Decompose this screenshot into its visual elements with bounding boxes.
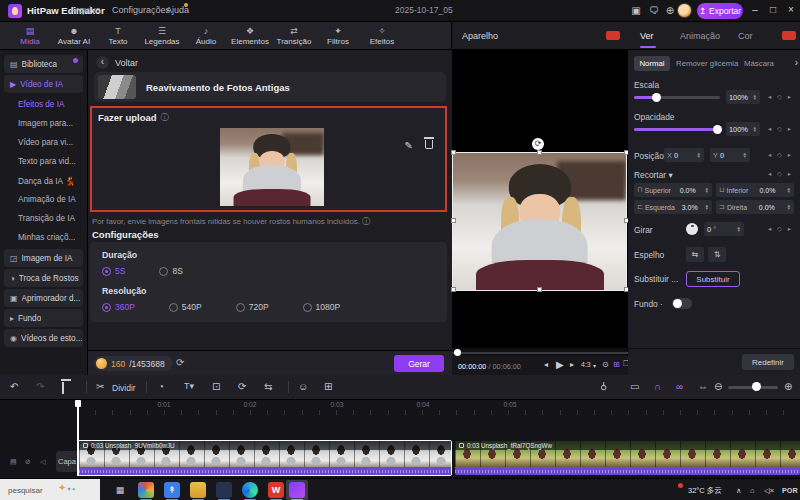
layout-panel-icon[interactable]: ▣ [628,3,644,19]
dividir-label[interactable]: Dividir [112,383,136,393]
resolution-720p-radio[interactable]: 720P [236,302,269,312]
preview-canvas[interactable]: ⟳ [452,50,628,348]
taskbar-app-browser[interactable] [138,482,154,498]
substituir-button[interactable]: Substituir [686,271,740,287]
rotate-tool-icon[interactable]: ⟳ [238,381,246,392]
network-icon[interactable]: ⌂ [750,486,755,495]
export-button[interactable]: ↥ Exportar [697,3,743,19]
sidebar-item-imagem-de-ia[interactable]: ◲ Imagem de IA [4,249,83,267]
resolution-360p-radio[interactable]: 360P [102,302,135,312]
flip-horizontal-icon[interactable]: ⇆ [686,247,704,262]
delete-icon[interactable] [62,382,64,393]
tab-ver[interactable]: Ver [640,31,654,41]
uploaded-image[interactable] [220,128,324,206]
grid-icon[interactable]: ⊞ [613,360,620,369]
subtab-normal[interactable]: Normal [634,56,670,71]
sidebar-item-transicao-de-ia[interactable]: Transição de IA [0,209,87,228]
stepper-icon[interactable]: ▲▼ [787,187,791,194]
link-clips-icon[interactable]: ∞ [676,381,683,392]
stepper-icon[interactable]: ▲▼ [705,204,709,211]
menu-arquivo[interactable]: Arquivo [70,5,101,15]
lock-track-icon[interactable]: ▤ [10,458,17,466]
upload-dropzone[interactable]: Fazer upload ⓘ ✎ [90,106,447,212]
undo-icon[interactable]: ↶ [10,381,18,392]
edit-image-icon[interactable]: ✎ [405,140,413,151]
aspect-ratio-select[interactable]: 4:3 [581,361,591,368]
timeline-zoom-knob[interactable] [752,382,761,391]
magnet-snap-icon[interactable]: ∩ [654,381,661,392]
stepper-icon[interactable]: ▲▼ [743,152,747,159]
task-view-icon[interactable]: ▦ [112,482,128,498]
toolbar-item-avatar-ai[interactable]: ☻ Avatar AI [52,22,96,50]
stepper-icon[interactable]: ▲▼ [705,187,709,194]
taskbar-app-dark[interactable] [216,482,232,498]
keyframe-nav-icon[interactable]: ◂ ◇ ▸ [768,225,793,233]
toolbar-item-transicao[interactable]: ⇄ Transição [272,22,316,50]
selection-handle[interactable] [537,287,542,292]
scrubber-knob[interactable] [454,349,461,356]
speed-icon[interactable]: ◔ [158,381,164,392]
taskbar-app-upload[interactable]: ↟ [164,482,180,498]
menu-configuracoes[interactable]: Configurações [112,5,170,15]
toolbar-item-audio[interactable]: ♪ Áudio [184,22,228,50]
download-icon[interactable]: ⊕ [662,3,678,19]
crop-inferior-box[interactable]: ⊔ Inferior 0.0% ▲▼ [716,183,794,197]
previous-frame-icon[interactable]: ◂ [544,360,548,369]
playhead[interactable] [77,400,79,476]
sidebar-item-troca-de-rostos[interactable]: ◑ Troca de Rostos [4,269,83,287]
face-tool-icon[interactable]: ☺ [298,381,308,392]
text-tool-icon[interactable]: T▾ [184,381,194,391]
maximize-button[interactable]: □ [766,4,780,15]
snapshot-icon[interactable]: ⊙ [602,360,609,369]
slider-knob[interactable] [713,125,722,134]
generate-button[interactable]: Gerar [394,355,444,372]
split-scissors-icon[interactable]: ✂ [96,381,104,392]
tray-chevron-icon[interactable]: ∧ [736,486,742,495]
toolbar-item-elementos[interactable]: ❖ Elementos [228,22,272,50]
sidebar-item-video-de-ia[interactable]: ▶ Vídeo de IA [4,75,83,93]
keyframe-nav-icon[interactable]: ◂ ◇ ▸ [768,125,793,133]
close-button[interactable]: × [784,4,798,15]
sidebar-item-imagem-para[interactable]: Imagem para... [0,114,87,133]
resolution-540p-radio[interactable]: 540P [169,302,202,312]
canvas-image[interactable] [453,153,626,290]
subtab-remover-glicemia[interactable]: Remover glicemia [676,59,738,68]
timeline-clip-2[interactable]: 0:03 Unsplash_tRal7QSngWw [455,441,800,475]
auto-captions-icon[interactable]: ▭ [630,381,639,392]
escala-value-box[interactable]: 100% ▲▼ [726,90,760,104]
taskbar-search[interactable]: pesquisar ✦✦✦ [0,479,100,500]
file-explorer-icon[interactable] [190,482,206,498]
selection-handle[interactable] [451,287,456,292]
fundo-toggle[interactable] [672,298,692,309]
timeline-ruler[interactable]: 0:01 0:02 0:03 0:04 0:05 [0,400,800,416]
slider-knob[interactable] [652,93,661,102]
volume-muted-icon[interactable]: ◁× [764,486,774,495]
toolbar-item-texto[interactable]: T Texto [96,22,140,50]
sidebar-item-texto-para[interactable]: Texto para vid... [0,152,87,171]
sidebar-item-biblioteca[interactable]: ▤ Biblioteca [4,55,83,73]
add-clip-icon[interactable]: ⊞ [324,381,332,392]
sidebar-item-danca-da-ia[interactable]: Dança da IA 💃 [0,171,87,190]
flip-tool-icon[interactable]: ⇆ [264,381,272,392]
hitpaw-taskbar-active[interactable] [286,480,308,500]
cover-button[interactable]: Capa [56,451,78,472]
selection-handle[interactable] [537,150,542,155]
weather-text[interactable]: 32°C 多云 [688,486,722,496]
minimize-button[interactable]: – [748,4,762,15]
refresh-credits-icon[interactable]: ⟳ [176,357,184,368]
position-y-box[interactable]: Y 0 ▲▼ [710,148,750,162]
sidebar-item-video-para[interactable]: Vídeo para vi... [0,133,87,152]
stepper-icon[interactable]: ▲▼ [787,204,791,211]
back-button[interactable]: ‹ Voltar [96,56,138,69]
next-frame-icon[interactable]: ▸ [570,360,574,369]
sidebar-item-minhas-criacoes[interactable]: Minhas criaçõ... [0,228,87,247]
crop-superior-box[interactable]: ⊓ Superior 0.0% ▲▼ [634,183,712,197]
toolbar-item-midia[interactable]: ▤ Mídia [8,22,52,50]
subtab-mascara[interactable]: Máscara [744,59,774,68]
toolbar-item-filtros[interactable]: ✦ Filtros [316,22,360,50]
opacidade-slider[interactable] [634,128,720,131]
keyframe-nav-icon[interactable]: ◂ ◇ ▸ [768,151,793,159]
resolution-1080p-radio[interactable]: 1080P [303,302,341,312]
feedback-icon[interactable]: 🗨 [646,3,662,19]
duration-8s-radio[interactable]: 8S [159,266,182,276]
